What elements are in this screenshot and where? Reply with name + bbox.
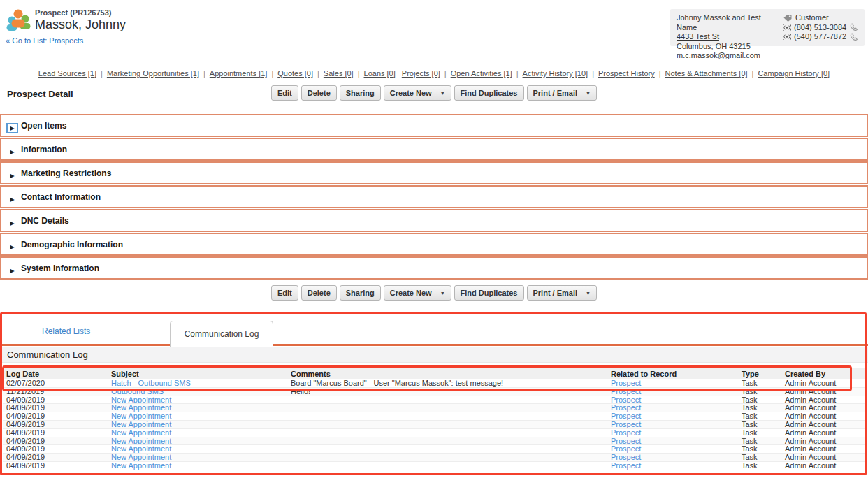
subject-cell: New Appointment bbox=[108, 445, 288, 453]
log-date-cell: 04/09/2019 bbox=[3, 437, 108, 445]
subject-link[interactable]: Outbound SMS bbox=[111, 388, 164, 396]
column-header-log-date[interactable]: Log Date bbox=[3, 368, 108, 379]
tab-related-lists[interactable]: Related Lists bbox=[42, 326, 90, 336]
phone-row: (540) 577-7872 bbox=[783, 32, 858, 42]
created-by-cell: Admin Account bbox=[782, 445, 865, 453]
subject-link[interactable]: New Appointment bbox=[111, 437, 171, 445]
subject-link[interactable]: New Appointment bbox=[111, 396, 171, 404]
tab-communication-log-label: Communication Log bbox=[185, 329, 259, 339]
column-header-subject[interactable]: Subject bbox=[108, 368, 288, 379]
section-open-items[interactable]: ▶Open Items bbox=[0, 114, 868, 137]
section-system-information[interactable]: ▶System Information bbox=[0, 256, 868, 280]
dropdown-caret-icon: ▼ bbox=[440, 291, 445, 296]
related-record-cell: Prospect bbox=[608, 412, 739, 420]
related-link-activity-history-10[interactable]: Activity History [10] bbox=[523, 69, 588, 78]
comments-cell bbox=[288, 421, 608, 428]
column-header-comments[interactable]: Comments bbox=[288, 368, 608, 379]
sharing-button-label: Sharing bbox=[346, 89, 375, 97]
created-by-cell: Admin Account bbox=[782, 429, 865, 437]
sharing-button[interactable]: Sharing bbox=[340, 85, 381, 101]
sms-signal-icon bbox=[783, 24, 791, 31]
comments-cell bbox=[288, 396, 608, 404]
related-record-link[interactable]: Prospect bbox=[611, 429, 641, 437]
contact-city-link[interactable]: Columbus, OH 43215 bbox=[677, 42, 783, 52]
edit-button[interactable]: Edit bbox=[271, 85, 298, 101]
section-marketing-restrictions[interactable]: ▶Marketing Restrictions bbox=[0, 161, 868, 184]
tab-underline bbox=[0, 344, 868, 346]
related-link-notes-attachments-0[interactable]: Notes & Attachments [0] bbox=[665, 69, 748, 78]
log-date-cell: 04/09/2019 bbox=[3, 454, 108, 461]
related-link-sales-0[interactable]: Sales [0] bbox=[324, 69, 354, 78]
related-record-link[interactable]: Prospect bbox=[611, 379, 641, 387]
column-header-created-by[interactable]: Created By bbox=[782, 368, 865, 379]
related-link-open-activities-1[interactable]: Open Activities [1] bbox=[451, 69, 512, 78]
tab-communication-log[interactable]: Communication Log bbox=[170, 321, 273, 347]
detail-sections: ▶Open Items▶Information▶Marketing Restri… bbox=[0, 114, 868, 280]
related-record-link[interactable]: Prospect bbox=[611, 388, 641, 396]
sharing-button-label: Sharing bbox=[346, 289, 375, 297]
related-record-link[interactable]: Prospect bbox=[611, 421, 641, 428]
expand-triangle-box: ▶ bbox=[6, 171, 18, 181]
section-contact-information[interactable]: ▶Contact Information bbox=[0, 185, 868, 208]
delete-button[interactable]: Delete bbox=[301, 285, 337, 301]
related-record-link[interactable]: Prospect bbox=[611, 454, 641, 461]
related-link-marketing-opportunities-1[interactable]: Marketing Opportunities [1] bbox=[107, 69, 199, 78]
call-phone-icon[interactable] bbox=[850, 23, 858, 31]
subject-link[interactable]: New Appointment bbox=[111, 454, 171, 461]
section-dnc-details[interactable]: ▶DNC Details bbox=[0, 209, 868, 232]
detail-button-row-bottom: EditDeleteSharingCreate New▼Find Duplica… bbox=[0, 285, 868, 301]
log-date-cell: 04/09/2019 bbox=[3, 396, 108, 404]
related-link-campaign-history-0[interactable]: Campaign History [0] bbox=[758, 69, 830, 78]
subject-link[interactable]: New Appointment bbox=[111, 429, 171, 437]
find-duplicates-button[interactable]: Find Duplicates bbox=[454, 285, 524, 301]
delete-button[interactable]: Delete bbox=[301, 85, 337, 101]
section-demographic-information[interactable]: ▶Demographic Information bbox=[0, 233, 868, 256]
expand-triangle-icon: ▶ bbox=[10, 149, 14, 155]
related-link-prospect-history[interactable]: Prospect History bbox=[598, 69, 655, 78]
related-record-link[interactable]: Prospect bbox=[611, 462, 641, 470]
related-record-cell: Prospect bbox=[608, 462, 739, 470]
related-record-link[interactable]: Prospect bbox=[611, 412, 641, 420]
related-record-link[interactable]: Prospect bbox=[611, 396, 641, 404]
call-phone-icon[interactable] bbox=[850, 33, 858, 41]
log-date-cell: 04/09/2019 bbox=[3, 462, 108, 470]
contact-email-link[interactable]: m.c.massok@gmail.com bbox=[677, 51, 783, 61]
sharing-button[interactable]: Sharing bbox=[340, 285, 381, 301]
related-link-projects-0[interactable]: Projects [0] bbox=[402, 69, 440, 78]
related-record-link[interactable]: Prospect bbox=[611, 445, 641, 453]
type-cell: Task bbox=[739, 454, 782, 461]
subject-link[interactable]: New Appointment bbox=[111, 412, 171, 420]
column-header-type[interactable]: Type bbox=[739, 368, 782, 379]
find-duplicates-button[interactable]: Find Duplicates bbox=[454, 85, 524, 101]
type-cell: Task bbox=[739, 412, 782, 420]
subject-link[interactable]: New Appointment bbox=[111, 421, 171, 428]
column-header-related-to-record[interactable]: Related to Record bbox=[608, 368, 739, 379]
create-new-button[interactable]: Create New▼ bbox=[384, 285, 451, 301]
subject-link[interactable]: New Appointment bbox=[111, 445, 171, 453]
type-cell: Task bbox=[739, 462, 782, 470]
contact-street-link[interactable]: 4433 Test St bbox=[677, 32, 783, 42]
subject-link[interactable]: New Appointment bbox=[111, 462, 171, 470]
type-cell: Task bbox=[739, 388, 782, 396]
create-new-button[interactable]: Create New▼ bbox=[384, 85, 451, 101]
go-to-list-link[interactable]: « Go to List: Prospects bbox=[6, 36, 126, 45]
subject-cell: New Appointment bbox=[108, 437, 288, 445]
print-email-button[interactable]: Print / Email▼ bbox=[527, 85, 598, 101]
edit-button[interactable]: Edit bbox=[271, 285, 298, 301]
related-link-lead-sources-1[interactable]: Lead Sources [1] bbox=[38, 69, 96, 78]
related-link-loans-0[interactable]: Loans [0] bbox=[364, 69, 396, 78]
dropdown-caret-icon: ▼ bbox=[586, 291, 591, 296]
section-information[interactable]: ▶Information bbox=[0, 138, 868, 161]
related-link-quotes-0[interactable]: Quotes [0] bbox=[277, 69, 313, 78]
related-record-cell: Prospect bbox=[608, 454, 739, 461]
subject-link[interactable]: Hatch - Outbound SMS bbox=[111, 379, 191, 387]
print-email-button[interactable]: Print / Email▼ bbox=[527, 285, 598, 301]
related-record-link[interactable]: Prospect bbox=[611, 404, 641, 412]
subject-cell: New Appointment bbox=[108, 421, 288, 428]
section-label: Open Items bbox=[21, 121, 66, 131]
subject-link[interactable]: New Appointment bbox=[111, 404, 171, 412]
related-link-appointments-1[interactable]: Appointments [1] bbox=[210, 69, 268, 78]
comments-cell bbox=[288, 404, 608, 412]
communication-log-region: Related Lists Communication Log Communic… bbox=[0, 312, 868, 475]
related-record-link[interactable]: Prospect bbox=[611, 437, 641, 445]
